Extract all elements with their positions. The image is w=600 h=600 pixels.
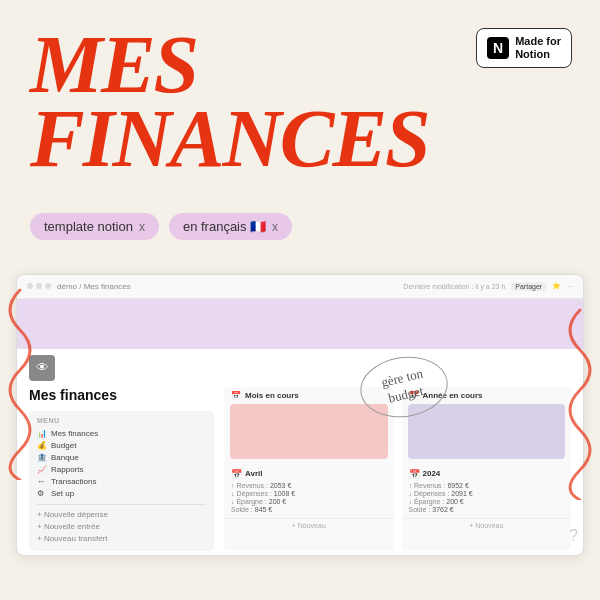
topbar-right: Dernière modification : il y a 23 h Part… bbox=[403, 282, 573, 291]
question-mark: ? bbox=[569, 527, 578, 545]
card-stat-depenses: ↓ Dépenses : 1008 € bbox=[231, 490, 387, 497]
tag-template-notion[interactable]: template notion x bbox=[30, 213, 159, 240]
menu-label: MENU bbox=[37, 417, 206, 424]
tags-row: template notion x en français 🇫🇷 x gère … bbox=[0, 192, 600, 262]
page-icon-area: 👁 bbox=[17, 349, 583, 387]
last-modified-text: Dernière modification : il y a 23 h bbox=[403, 283, 505, 290]
tag-close-button[interactable]: x bbox=[139, 220, 145, 234]
menu-item-budget[interactable]: 💰 Budget bbox=[37, 440, 206, 452]
card-stat-revenus: ↑ Revenus : 2053 € bbox=[231, 482, 387, 489]
page-title-area: Mes finances MENU 📊 Mes finances 💰 Budge… bbox=[29, 387, 214, 551]
setup-icon: ⚙ bbox=[37, 489, 47, 498]
share-button[interactable]: Partager bbox=[511, 282, 546, 291]
card-annee-info: 📅 2024 ↑ Revenus : 6952 € ↓ Dépenses : 2… bbox=[402, 465, 572, 518]
menu-divider bbox=[37, 504, 206, 505]
card-stat-depenses-year: ↓ Dépenses : 2091 € bbox=[409, 490, 565, 497]
menu-item-finances[interactable]: 📊 Mes finances bbox=[37, 428, 206, 440]
card-stat-solde: Solde : 845 € bbox=[231, 506, 387, 513]
card-stat-epargne: ↓ Épargne : 200 € bbox=[231, 498, 387, 505]
tag-label: en français 🇫🇷 bbox=[183, 219, 266, 234]
year-flag: 📅 bbox=[409, 469, 420, 479]
menu-add-entree[interactable]: + Nouvelle entrée bbox=[37, 521, 206, 533]
card-year-label: 📅 2024 bbox=[409, 469, 565, 479]
tag-en-francais[interactable]: en français 🇫🇷 x bbox=[169, 213, 292, 240]
app-mockup: démo / Mes finances Dernière modificatio… bbox=[16, 274, 584, 556]
page-content: Mes finances MENU 📊 Mes finances 💰 Budge… bbox=[17, 387, 583, 556]
column-annee-footer[interactable]: + Nouveau bbox=[402, 518, 572, 532]
notion-badge-text: Made for Notion bbox=[515, 35, 561, 61]
column-mois-footer[interactable]: + Nouveau bbox=[224, 518, 394, 532]
note-text: gère ton budget bbox=[380, 365, 429, 407]
card-stat-revenus-year: ↑ Revenus : 6952 € bbox=[409, 482, 565, 489]
handwritten-note: gère ton budget bbox=[360, 357, 450, 427]
menu-item-rapports[interactable]: 📈 Rapports bbox=[37, 464, 206, 476]
calendar-icon: 📅 bbox=[231, 391, 241, 400]
topbar-breadcrumb: démo / Mes finances bbox=[57, 282, 131, 291]
menu-add-transfert[interactable]: + Nouveau transfert bbox=[37, 533, 206, 545]
notion-logo-icon: N bbox=[487, 37, 509, 59]
menu-item-banque[interactable]: 🏦 Banque bbox=[37, 452, 206, 464]
card-month-label: 📅 Avril bbox=[231, 469, 387, 479]
menu-section: MENU 📊 Mes finances 💰 Budget 🏦 Banque 📈 … bbox=[29, 411, 214, 551]
purple-banner bbox=[17, 299, 583, 349]
card-stat-solde-year: Solde : 3762 € bbox=[409, 506, 565, 513]
topbar-dot bbox=[45, 283, 51, 289]
column-mois-title: Mois en cours bbox=[245, 391, 299, 400]
menu-add-depense[interactable]: + Nouvelle dépense bbox=[37, 509, 206, 521]
tag-close-button[interactable]: x bbox=[272, 220, 278, 234]
april-flag: 📅 bbox=[231, 469, 242, 479]
squiggle-left-decoration bbox=[0, 280, 45, 480]
card-stat-epargne-year: ↓ Épargne : 200 € bbox=[409, 498, 565, 505]
squiggle-right-decoration bbox=[555, 300, 600, 500]
note-ellipse: gère ton budget bbox=[356, 351, 451, 423]
page-main-title: Mes finances bbox=[29, 387, 214, 403]
header: MES FINANCES N Made for Notion bbox=[0, 0, 600, 176]
title-line2: FINANCES bbox=[30, 102, 570, 176]
notion-badge: N Made for Notion bbox=[476, 28, 572, 68]
tag-label: template notion bbox=[44, 219, 133, 234]
menu-item-transactions[interactable]: ↔ Transactions bbox=[37, 476, 206, 488]
card-mois-info: 📅 Avril ↑ Revenus : 2053 € ↓ Dépenses : … bbox=[224, 465, 394, 518]
mockup-topbar: démo / Mes finances Dernière modificatio… bbox=[17, 275, 583, 299]
menu-item-setup[interactable]: ⚙ Set up bbox=[37, 488, 206, 500]
